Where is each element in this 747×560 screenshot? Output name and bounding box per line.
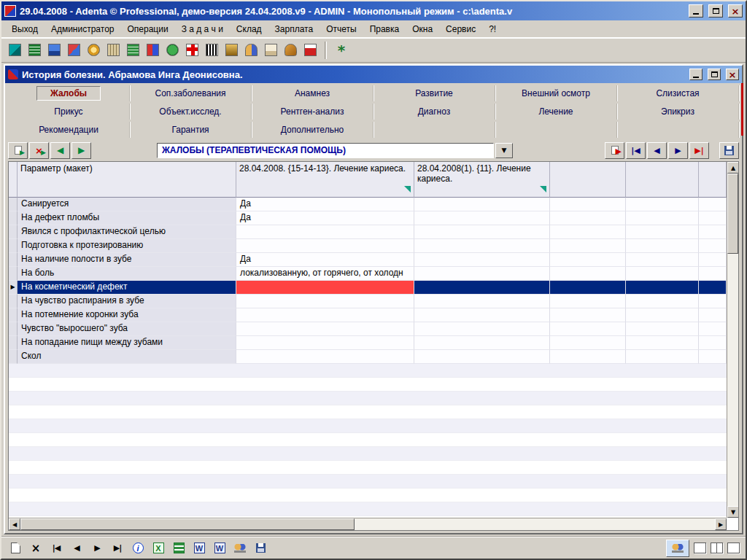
pw-close-button[interactable]: × <box>726 69 739 80</box>
tab-recommendations[interactable]: Рекомендации <box>8 122 130 138</box>
horizontal-scroll-track[interactable] <box>355 518 715 530</box>
value-cell[interactable] <box>414 308 550 322</box>
value-cell[interactable] <box>626 308 699 322</box>
tab-bite[interactable]: Прикус <box>8 104 130 120</box>
scroll-up-button[interactable]: ▲ <box>727 162 739 174</box>
settings-gear-icon[interactable]: * <box>333 42 350 59</box>
tab-external-exam[interactable]: Внешний осмотр <box>495 85 617 101</box>
tab-warranty[interactable]: Гарантия <box>130 122 252 138</box>
tab-anamnesis[interactable]: Анамнез <box>252 85 374 101</box>
pw-minimize-button[interactable] <box>689 69 703 80</box>
prev-record-button[interactable]: ◀ <box>647 142 667 159</box>
prev-record-nav-button[interactable]: ◀ <box>69 540 85 556</box>
value-cell[interactable] <box>550 239 626 253</box>
menu-windows[interactable]: Окна <box>406 22 438 36</box>
value-cell[interactable] <box>414 295 550 308</box>
scroll-right-button[interactable]: ▶ <box>715 518 727 530</box>
report-icon[interactable] <box>301 42 319 59</box>
first-record-nav-button[interactable]: |◀ <box>48 540 64 556</box>
tab-xray-analysis[interactable]: Рентген-анализ <box>252 104 374 120</box>
menu-administrator[interactable]: Администратор <box>45 22 120 36</box>
value-cell[interactable] <box>550 295 626 308</box>
pw-restore-button[interactable] <box>708 69 721 80</box>
menu-tasks[interactable]: З а д а ч и <box>176 22 229 36</box>
tab-mucosa[interactable]: Слизистая <box>617 85 739 101</box>
info-button[interactable]: i <box>130 540 146 556</box>
value-cell[interactable] <box>550 198 626 211</box>
value-cell[interactable] <box>550 336 626 350</box>
value-cell[interactable] <box>414 350 550 364</box>
next-record-button[interactable]: ▶ <box>668 142 688 159</box>
value-cell[interactable]: локализованную, от горячего, от холодн <box>236 267 414 281</box>
exchange-icon[interactable] <box>144 42 161 59</box>
first-record-button[interactable]: |◀ <box>626 142 646 159</box>
copy-record-button[interactable]: ▶ <box>605 142 624 159</box>
value-cell[interactable] <box>414 211 550 225</box>
value-cell[interactable] <box>414 267 550 281</box>
value-cell[interactable] <box>236 295 414 308</box>
param-cell[interactable]: На потемнение коронки зуба <box>18 308 236 322</box>
template-title-field[interactable]: ЖАЛОБЫ (ТЕРАПЕВТИЧЕСКАЯ ПОМОЩЬ) <box>157 143 494 158</box>
value-cell[interactable] <box>626 198 699 211</box>
value-cell[interactable] <box>626 267 699 281</box>
pharmacy-icon[interactable] <box>183 42 201 59</box>
clock-icon[interactable] <box>85 42 102 59</box>
money-icon[interactable] <box>163 42 181 59</box>
tab-development[interactable]: Развитие <box>374 85 495 101</box>
doctor-icon[interactable] <box>65 42 82 59</box>
vertical-scrollbar[interactable]: ▲ ▼ <box>727 162 738 518</box>
value-cell[interactable] <box>550 308 626 322</box>
param-cell[interactable]: На наличие полости в зубе <box>18 253 236 267</box>
value-cell[interactable] <box>626 239 699 253</box>
param-cell[interactable]: На попадание пищи между зубами <box>18 336 236 350</box>
tab-concomitant-diseases[interactable]: Соп.заболевания <box>130 85 252 101</box>
value-cell[interactable] <box>626 350 699 364</box>
value-cell[interactable] <box>236 350 414 364</box>
value-cell-active[interactable] <box>236 281 414 295</box>
patients-icon[interactable] <box>45 42 63 59</box>
maximize-button[interactable] <box>708 4 723 18</box>
header-visit-1[interactable]: 28.04.2008. {15-14-13}. Лечение кариеса. <box>236 162 414 198</box>
param-cell[interactable]: На боль <box>18 267 236 281</box>
cashbox-icon[interactable] <box>104 42 122 59</box>
menu-exit[interactable]: Выход <box>6 22 44 36</box>
value-cell[interactable] <box>626 225 699 239</box>
prev-template-button[interactable]: ◀ <box>50 142 70 159</box>
edit-record-button[interactable] <box>7 540 23 556</box>
menu-service[interactable]: Сервис <box>440 22 481 36</box>
menu-salary[interactable]: Зарплата <box>269 22 320 36</box>
tab-complaints[interactable]: Жалобы <box>8 85 130 101</box>
value-cell[interactable]: Да <box>236 211 414 225</box>
value-cell[interactable]: Да <box>236 198 414 211</box>
patients-list-button[interactable] <box>232 540 248 556</box>
value-cell[interactable] <box>626 281 699 295</box>
template-dropdown-button[interactable]: ▼ <box>495 143 513 158</box>
value-cell[interactable] <box>550 225 626 239</box>
value-cell[interactable]: Да <box>236 253 414 267</box>
param-cell[interactable]: Чувство "выросшего" зуба <box>18 322 236 336</box>
barcode-icon[interactable] <box>203 42 220 59</box>
value-cell[interactable] <box>414 253 550 267</box>
param-cell[interactable]: На чувство распирания в зубе <box>18 295 236 308</box>
save-record-button[interactable] <box>719 142 739 159</box>
clinic-icon[interactable] <box>222 42 240 59</box>
value-cell[interactable] <box>550 253 626 267</box>
close-button[interactable]: × <box>728 4 743 18</box>
last-record-button[interactable]: ▶| <box>689 142 709 159</box>
vertical-scroll-track[interactable] <box>727 254 738 506</box>
menu-reports[interactable]: Отчеты <box>320 22 362 36</box>
schedule-icon[interactable] <box>26 42 43 59</box>
plan-icon[interactable] <box>124 42 142 59</box>
value-cell[interactable] <box>236 239 414 253</box>
value-cell[interactable] <box>236 308 414 322</box>
grid-view-button[interactable] <box>171 540 187 556</box>
last-record-nav-button[interactable]: ▶| <box>109 540 125 556</box>
horizontal-scroll-thumb[interactable] <box>20 518 355 530</box>
tab-objective-exam[interactable]: Объект.исслед. <box>130 104 252 120</box>
value-cell[interactable] <box>626 295 699 308</box>
value-cell[interactable] <box>626 322 699 336</box>
header-visit-2[interactable]: 28.04.2008(1). {11}. Лечение кариеса. <box>414 162 550 198</box>
value-cell[interactable] <box>414 198 550 211</box>
word-report-button[interactable]: W <box>212 540 228 556</box>
current-user-button[interactable] <box>666 540 689 557</box>
